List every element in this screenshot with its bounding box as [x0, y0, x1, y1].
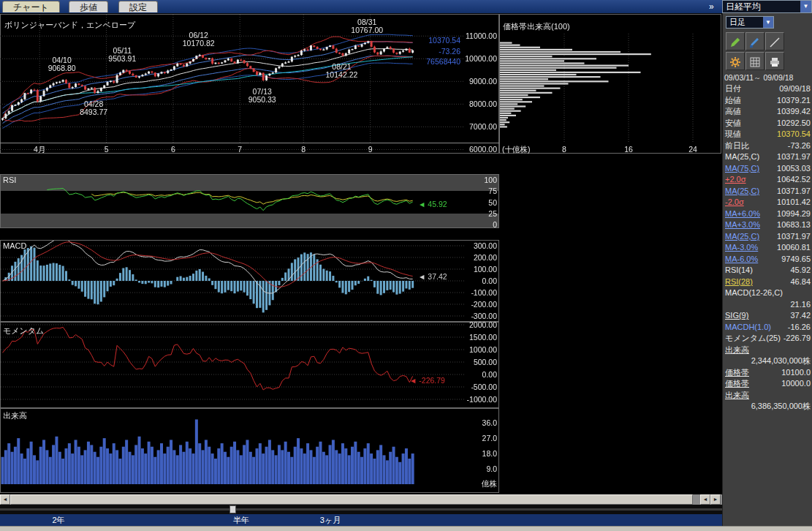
trendline-icon[interactable] [765, 32, 784, 50]
printer-icon[interactable] [765, 52, 784, 70]
sidebar-row-value: 09/09/18 [779, 83, 811, 95]
price-annotation: 06/12 10170.82 [179, 31, 219, 48]
rsi-current-value: 45.92 [428, 200, 447, 208]
sidebar-row-value: 10100.0 [781, 367, 811, 379]
sidebar-row: 安値10292.50 [723, 118, 812, 129]
tab-chart[interactable]: チャート [2, 1, 60, 12]
sidebar-row: MA+3.0%10683.13 [723, 219, 812, 231]
macd-axis-label: 100.00 [463, 265, 497, 274]
sidebar-row-label: 始値 [725, 95, 741, 107]
vbp-axis-unit: (十億株) [502, 145, 531, 155]
price-axis-label: 6000.00 [463, 145, 497, 154]
momentum-current-value: -226.79 [419, 376, 445, 385]
month-axis-label: 9 [360, 145, 381, 154]
brush-icon[interactable] [745, 32, 764, 50]
price-axis-label: 10000.00 [463, 54, 497, 63]
sidebar-row-label[interactable]: 価格帯 [725, 367, 749, 379]
zoom-slider-track[interactable] [0, 505, 722, 514]
macd-current-value: 37.42 [428, 272, 447, 281]
tab-price-steps[interactable]: 歩値 [69, 1, 108, 12]
month-axis-label: 8 [293, 145, 314, 154]
price-annotation: 07/13 9050.33 [243, 88, 282, 104]
sidebar-row-value: 10642.52 [777, 174, 811, 186]
sidebar-row-value: 10060.81 [777, 242, 811, 254]
grid-icon[interactable] [745, 52, 764, 70]
sidebar-row-label[interactable]: 価格帯 [725, 378, 749, 390]
rsi-axis-label: 0 [463, 220, 497, 229]
momentum-axis-label: 1500.00 [463, 333, 497, 342]
sidebar-row-label[interactable]: MA-3.0% [725, 242, 758, 254]
scroll-left-step-icon[interactable]: ◄ [700, 494, 710, 505]
chevron-down-icon[interactable]: ▼ [800, 1, 811, 12]
sidebar-row-label[interactable]: -2.0σ [725, 197, 744, 208]
horizontal-scrollbar[interactable]: ◄ ◄ ► [0, 494, 722, 505]
titlebar: チャート 歩値 設定 » 日経平均 ▼ [0, 0, 812, 13]
scroll-left-icon[interactable]: ◄ [0, 494, 10, 505]
month-axis-label: 7 [229, 145, 250, 154]
price-panel-title: ボリンジャーバンド，エンベロープ [4, 20, 135, 31]
period-button[interactable]: 半年 [225, 515, 257, 526]
vbp-axis-label: 16 [623, 145, 634, 154]
gear-icon[interactable] [726, 52, 745, 70]
rsi-axis-label: 75 [463, 187, 497, 195]
tab-settings[interactable]: 設定 [118, 1, 158, 12]
macd-axis-label: 300.00 [463, 241, 497, 250]
tab-overflow-icon[interactable]: » [709, 1, 714, 12]
sidebar-row-label[interactable]: +2.0σ [725, 174, 746, 186]
momentum-panel-title: モメンタム [3, 325, 44, 336]
sidebar-row-label: 現値 [725, 129, 741, 140]
rsi-axis-label: 100 [463, 176, 497, 184]
sidebar-row-label[interactable]: SIG(9) [725, 310, 748, 322]
sidebar-row-label[interactable]: MA+6.0% [725, 208, 760, 220]
sidebar-row: +2.0σ10642.52 [723, 174, 812, 186]
momentum-axis-label: 0.00 [463, 370, 497, 379]
sidebar-row-label: RSI(14) [725, 265, 753, 276]
sidebar-row: モメンタム(25)-226.79 [723, 333, 812, 344]
interval-select[interactable]: 日足 ▼ [726, 16, 774, 29]
sidebar-row-label[interactable]: 出来高 [725, 390, 749, 402]
sidebar-row-value: 21.16 [790, 299, 811, 311]
rsi-panel-title: RSI [3, 176, 16, 184]
sidebar-row-label: モメンタム(25) [725, 333, 781, 344]
sidebar-row-label[interactable]: MA-6.0% [725, 254, 758, 266]
price-current-values: 10370.54 -73.26 76568440 [417, 35, 460, 67]
marker-arrow-icon: ◄ [418, 200, 428, 208]
price-annotation: 05/11 9503.91 [102, 47, 142, 63]
sidebar-row-value: 6,386,350,000株 [751, 401, 811, 413]
sidebar-row-value: 10370.54 [777, 129, 811, 140]
sidebar-row-value: 10101.42 [777, 197, 811, 208]
price-axis-label: 7000.00 [463, 122, 497, 131]
sidebar-row-label[interactable]: RSI(28) [725, 276, 753, 288]
zoom-slider-thumb[interactable] [229, 505, 236, 513]
sidebar-row-label: MA(25,C) [725, 151, 759, 163]
sidebar-row-label: MACDH(1.0) [725, 322, 771, 334]
sidebar-row: MACD(12-26,C) [723, 287, 812, 299]
sidebar-row-label: 安値 [725, 118, 741, 129]
sidebar-row-label[interactable]: 出来高 [725, 344, 749, 356]
chart-application-window: チャート 歩値 設定 » 日経平均 ▼ ボリンジャーバンド，エンベロープ 価格帯… [0, 0, 812, 531]
sidebar-row-value: 10994.29 [777, 208, 811, 220]
sidebar-row-value: 10053.03 [777, 163, 811, 175]
symbol-select[interactable]: 日経平均 ▼ [722, 0, 812, 13]
current-change: -73.26 [417, 46, 460, 57]
sidebar-row-value: -16.26 [788, 322, 811, 334]
charts-canvas[interactable] [0, 13, 722, 494]
sidebar-row-label[interactable]: MA(25,C) [725, 231, 759, 243]
sidebar-row-label[interactable]: MA(25,C) [725, 186, 759, 197]
chevron-down-icon[interactable]: ▼ [763, 17, 773, 28]
pencil-icon[interactable] [726, 32, 745, 50]
sidebar-row: MA-6.0%9749.65 [723, 254, 812, 266]
scrollbar-thumb[interactable] [10, 494, 693, 505]
period-button[interactable]: 2年 [42, 515, 75, 526]
sidebar-data-rows: 日付09/09/18始値10379.21高値10399.42安値10292.50… [723, 83, 812, 413]
sidebar-row-value: -226.79 [783, 333, 811, 344]
current-price: 10370.54 [417, 35, 460, 46]
sidebar-row: MA(25,C)10371.97 [723, 231, 812, 243]
sidebar-row-label[interactable]: MA+3.0% [725, 219, 760, 231]
sidebar: 日足 ▼ 09/03/11～ 09/09/18 日付09/09/1 [722, 13, 812, 526]
sidebar-row-label[interactable]: MA(75,C) [725, 163, 759, 175]
marker-arrow-icon: ◄ [418, 272, 428, 281]
scroll-right-icon[interactable]: ► [710, 494, 721, 505]
period-button[interactable]: 3ヶ月 [314, 515, 346, 526]
volume-axis-label: 9.0 [463, 464, 497, 473]
